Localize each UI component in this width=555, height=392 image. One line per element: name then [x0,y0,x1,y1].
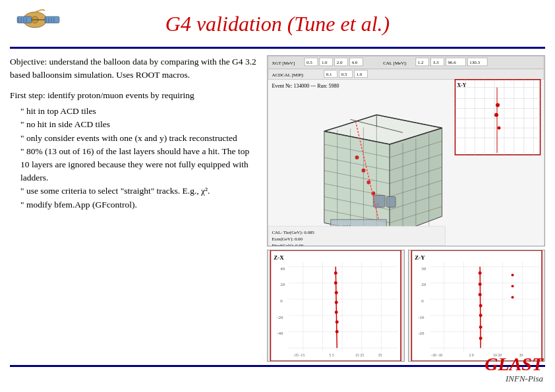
svg-text:-40: -40 [277,331,283,335]
svg-point-158 [479,337,482,340]
image-column: XGT [MeV] 0.5 1.0 2.0 4.0 CAL [MeV]: 1.2… [267,55,545,362]
logo-area [12,5,65,38]
bullet-3: " only consider events with one (x and y… [20,132,260,145]
svg-text:ACDCAL [MIP]:: ACDCAL [MIP]: [272,72,304,78]
svg-text:1.0: 1.0 [322,60,328,65]
svg-text:0.5: 0.5 [307,60,312,65]
svg-text:0: 0 [421,298,424,303]
svg-text:40: 40 [280,266,285,271]
svg-text:30: 30 [421,266,426,271]
svg-text:130.3: 130.3 [469,60,480,65]
bullet-4: " 80% (13 out of 16) of the last layers … [20,145,260,184]
svg-text:XGT [MeV]: XGT [MeV] [272,61,295,66]
svg-point-95 [494,113,498,117]
svg-text:Z-X: Z-X [274,254,284,261]
svg-point-122 [334,271,337,275]
svg-point-152 [478,271,481,275]
slide-container: G4 validation (Tune et al.) Objective: u… [0,0,555,392]
svg-text:96.6: 96.6 [448,60,457,65]
glast-branding: GLAST INFN-Pisa [484,355,543,384]
svg-point-123 [334,281,337,285]
svg-point-127 [336,320,339,323]
svg-point-159 [511,274,513,277]
svg-point-96 [496,103,500,107]
page-title: G4 validation (Tune et al.) [165,7,390,42]
event-display-zy: Z-Y 30 20 0 -10 -20 [408,250,546,362]
svg-text:Ehad(GeV): 0.00: Ehad(GeV): 0.00 [272,243,303,246]
svg-line-151 [480,267,481,349]
svg-point-161 [511,296,513,298]
svg-text:CAL [MeV]:: CAL [MeV]: [383,61,407,66]
svg-point-160 [511,285,513,287]
svg-text:2.0: 2.0 [337,60,343,65]
svg-point-128 [336,330,339,333]
bullet-2: " no hit in side ACD tiles [20,118,260,131]
svg-text:3.3: 3.3 [433,60,439,65]
svg-text:CAL: Tkr(GeV): 0.085: CAL: Tkr(GeV): 0.085 [272,230,314,235]
glast-label: GLAST [484,355,543,374]
svg-text:0.1: 0.1 [326,72,332,77]
svg-text:-35 -15: -35 -15 [293,353,305,357]
svg-text:5 5: 5 5 [329,353,334,357]
svg-point-154 [478,293,481,296]
svg-text:Ecrn(GeV): 0.00: Ecrn(GeV): 0.00 [272,237,303,242]
svg-point-67 [361,169,365,173]
svg-text:Event Nr: 134000 --- Run: 5980: Event Nr: 134000 --- Run: 5980 [272,83,339,89]
svg-point-13 [36,11,38,13]
svg-point-66 [355,155,359,159]
svg-point-153 [478,283,481,286]
bullet-5: " use some criteria to select "straight"… [20,184,260,198]
svg-text:20: 20 [280,282,285,287]
svg-point-155 [479,304,482,308]
bullet-1: " hit in top ACD tiles [20,105,260,118]
svg-point-125 [335,301,338,304]
bullet-6: " modify bfem.App (GFcontrol). [20,198,260,211]
svg-point-156 [479,314,482,317]
svg-rect-77 [386,197,395,208]
svg-text:-30 -10: -30 -10 [431,353,442,357]
header: G4 validation (Tune et al.) [0,0,555,47]
svg-text:4.0: 4.0 [352,60,358,65]
svg-text:15 25: 15 25 [355,353,364,357]
svg-text:X-Y: X-Y [457,82,466,88]
svg-text:0: 0 [280,298,283,303]
svg-text:20: 20 [421,282,426,287]
svg-text:1.2: 1.2 [418,60,424,65]
svg-text:-20: -20 [418,331,424,335]
svg-text:-10: -10 [418,315,424,320]
bottom-divider [10,365,545,367]
image-bottom-row: Z-X 40 20 0 -20 -40 [267,250,545,362]
svg-text:-20: -20 [277,315,283,320]
svg-point-126 [335,310,338,314]
text-column: Objective: understand the balloon data b… [10,55,260,362]
svg-point-157 [479,325,482,329]
svg-point-97 [498,126,501,130]
svg-rect-1 [17,16,32,23]
first-step-text: First step: identify proton/muon events … [10,89,260,102]
event-display-top: XGT [MeV] 0.5 1.0 2.0 4.0 CAL [MeV]: 1.2… [267,55,545,246]
bullets-block: " hit in top ACD tiles " no hit in side … [10,105,260,211]
svg-text:2 0: 2 0 [469,353,473,357]
objective-text: Objective: understand the balloon data b… [10,55,260,81]
satellite-icon [12,5,65,35]
svg-rect-2 [45,16,59,23]
main-content: Objective: understand the balloon data b… [0,49,555,365]
svg-text:0.5: 0.5 [341,72,347,77]
infn-label: INFN-Pisa [484,374,543,384]
svg-text:35: 35 [378,353,382,357]
svg-rect-34 [268,69,543,80]
svg-rect-79 [455,80,540,155]
svg-text:1.0: 1.0 [357,72,363,77]
event-display-zx: Z-X 40 20 0 -20 -40 [267,250,405,362]
svg-point-124 [335,291,338,294]
svg-text:Z-Y: Z-Y [415,254,425,261]
